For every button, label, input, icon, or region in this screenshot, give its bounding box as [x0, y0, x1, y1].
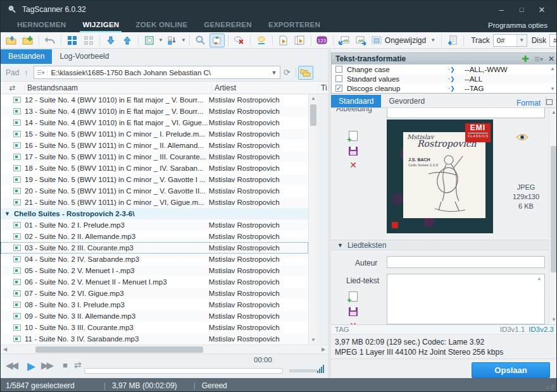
play-list-button[interactable]	[292, 34, 308, 47]
scroll-left-arrow[interactable]: ◀	[1, 345, 9, 354]
id3v2-badge[interactable]: ID3v2.3	[529, 326, 554, 333]
search-button[interactable]	[193, 34, 208, 47]
collapse-group-icon[interactable]: ▼	[4, 211, 10, 217]
file-row[interactable]: 15 - Suite No. 5 (BWV 1011) in C minor _…	[1, 128, 308, 140]
file-row[interactable]: 21 - Suite No. 5 (BWV 1011) in C minor _…	[1, 197, 308, 208]
file-row-selected[interactable]: 03 - Suite No. 2 III. Courante.mp3Mstisl…	[1, 242, 308, 254]
menu-hernoemen[interactable]: HERNOEMEN	[17, 21, 66, 30]
image-mode-dropdown[interactable]: Ongewijzigd ▼	[369, 34, 439, 47]
scroll-down-arrow[interactable]: ▼	[309, 336, 318, 345]
close-button[interactable]: ✕	[536, 5, 548, 15]
resize-grip[interactable]: ⣠⣴	[546, 383, 555, 389]
file-row[interactable]: 09 - Suite No. 3 II. Allemande.mp3Mstisl…	[1, 310, 308, 322]
save-image-icon[interactable]	[349, 147, 358, 156]
sort-caret[interactable]: ▼	[181, 37, 186, 43]
scroll-thumb[interactable]	[310, 104, 316, 126]
folder-tree-button[interactable]	[298, 66, 313, 80]
add-lyrics-icon[interactable]	[349, 291, 358, 302]
path-dropdown-caret[interactable]: ▼	[268, 70, 280, 76]
file-row[interactable]: 08 - Suite No. 3 I. Prelude.mp3Mstislav …	[1, 299, 308, 310]
lyrics-section-header[interactable]: ▼ Liedteksten	[331, 240, 549, 250]
export-playlist-button[interactable]	[445, 34, 460, 47]
filter-toggle-button[interactable]	[210, 34, 225, 47]
format-link[interactable]: Format	[516, 99, 546, 107]
delete-image-icon[interactable]: ✕	[349, 161, 357, 169]
file-row[interactable]: 01 - Suite No. 2 I. Prelude.mp3Mstislav …	[1, 219, 308, 231]
path-combobox[interactable]: ☰▾ E:\klassiek\1685-1750 Bach Johann Seb…	[34, 66, 280, 79]
image-description-input[interactable]	[387, 108, 545, 118]
play-file-button[interactable]	[276, 34, 291, 47]
programma-opties-link[interactable]: Programma opties	[488, 21, 548, 29]
shuffle-icon[interactable]: ⇄	[1, 83, 25, 92]
view-list-button[interactable]	[81, 34, 96, 47]
open-folder-button[interactable]	[4, 34, 19, 47]
hscroll-thumb[interactable]	[35, 346, 203, 353]
clear-filter-button[interactable]	[232, 34, 247, 47]
path-history-icon[interactable]: ☰▾	[34, 70, 48, 76]
select-mode-button[interactable]	[142, 34, 157, 47]
player-progress-bar[interactable]	[84, 368, 283, 374]
menu-zoek-online[interactable]: ZOEK ONLINE	[135, 21, 187, 30]
column-bestandsnaam[interactable]: Bestandsnaam	[25, 83, 212, 92]
highlight-button[interactable]	[254, 34, 269, 47]
save-button[interactable]: Opslaan	[472, 362, 550, 378]
collapse-section-icon[interactable]: ▼	[337, 242, 343, 248]
lied-tekst-textarea[interactable]: ▲	[387, 274, 545, 324]
editor-scroll-thumb[interactable]	[551, 146, 557, 273]
menu-exporteren[interactable]: EXPORTEREN	[268, 21, 320, 30]
scroll-right-arrow[interactable]: ▶	[319, 345, 328, 354]
transform-close-icon[interactable]: ✕	[548, 54, 554, 63]
track-combo[interactable]: 0# ▼	[493, 34, 527, 47]
transform-row[interactable]: Standard values·❯--ALL	[332, 74, 557, 83]
group-row[interactable]: ▼Chello Suites - Rostropovich 2-3-6\	[1, 208, 308, 219]
transform-scroll-down[interactable]: ▼	[550, 86, 555, 92]
file-row[interactable]: 20 - Suite No. 5 (BWV 1011) in C minor _…	[1, 185, 308, 197]
move-down-button[interactable]	[103, 34, 118, 47]
transform-scroll-up[interactable]: ▲	[550, 66, 555, 71]
import-image-button[interactable]	[337, 34, 352, 47]
auteur-input[interactable]	[387, 256, 545, 268]
file-list-vertical-scrollbar[interactable]: ▲ ▼	[308, 94, 317, 345]
transform-menu-icon[interactable]: ☰▾	[534, 56, 543, 63]
column-artiest[interactable]: Artiest	[212, 83, 318, 92]
editor-scroll-down[interactable]: ▼	[549, 315, 557, 324]
transform-row[interactable]: Change case·❯--ALL,-WWW	[332, 64, 557, 74]
sort-button[interactable]	[165, 34, 180, 47]
tab-bestanden[interactable]: Bestanden	[1, 49, 52, 64]
menu-genereren[interactable]: GENEREREN	[204, 21, 252, 30]
file-row[interactable]: 04 - Suite No. 2 IV. Sarabande.mp3Mstisl…	[1, 254, 308, 265]
transform-checkbox[interactable]	[335, 75, 342, 82]
file-row[interactable]: 13 - Suite No. 4 (BWV 1010) in E flat ma…	[1, 106, 308, 117]
stop-button[interactable]: ■	[63, 360, 68, 370]
column-titel-clipped[interactable]: Ti	[318, 83, 327, 92]
refresh-icon[interactable]: ⟳	[284, 68, 291, 77]
tab-gevorderd[interactable]: Gevorderd	[381, 95, 432, 107]
album-art[interactable]: Mstislav Rostropovich J.S. BACH Cello Su…	[387, 119, 493, 233]
select-mode-caret[interactable]: ▼	[158, 37, 163, 43]
save-lyrics-icon[interactable]	[349, 307, 358, 316]
renumber-button[interactable]: 123	[315, 34, 330, 47]
move-up-button[interactable]	[120, 34, 135, 47]
add-folder-button[interactable]	[20, 34, 35, 47]
view-image-icon[interactable]	[516, 133, 529, 141]
file-list-horizontal-scrollbar[interactable]: ◀ ▶	[1, 345, 328, 353]
file-row[interactable]: 19 - Suite No. 5 (BWV 1011) in C minor _…	[1, 174, 308, 185]
expand-icon[interactable]	[546, 99, 553, 105]
repeat-button[interactable]: ⇄	[74, 360, 82, 370]
minimize-button[interactable]: –	[496, 5, 507, 15]
view-grid-button[interactable]	[65, 34, 80, 47]
export-image-button[interactable]	[353, 34, 368, 47]
file-row[interactable]: 10 - Suite No. 3 III. Courante.mp3Mstisl…	[1, 322, 308, 333]
file-row[interactable]: 16 - Suite No. 5 (BWV 1011) in C minor _…	[1, 140, 308, 151]
transform-checkbox[interactable]	[335, 66, 342, 73]
volume-slider[interactable]	[289, 369, 317, 372]
tab-log-voorbeeld[interactable]: Log-Voorbeeld	[52, 49, 116, 64]
add-image-icon[interactable]	[349, 131, 358, 141]
editor-scroll-up[interactable]: ▲	[549, 108, 557, 117]
maximize-button[interactable]: □	[516, 6, 527, 13]
menu-wijzigen[interactable]: WIJZIGEN	[82, 21, 119, 30]
file-row[interactable]: 06 - Suite No. 2 V. Menuet II - Menuet I…	[1, 276, 308, 288]
disk-combo[interactable]: # ▼	[549, 34, 557, 47]
scroll-up-arrow[interactable]: ▲	[309, 94, 318, 103]
editor-scrollbar[interactable]: ▲ ▼	[549, 108, 557, 324]
